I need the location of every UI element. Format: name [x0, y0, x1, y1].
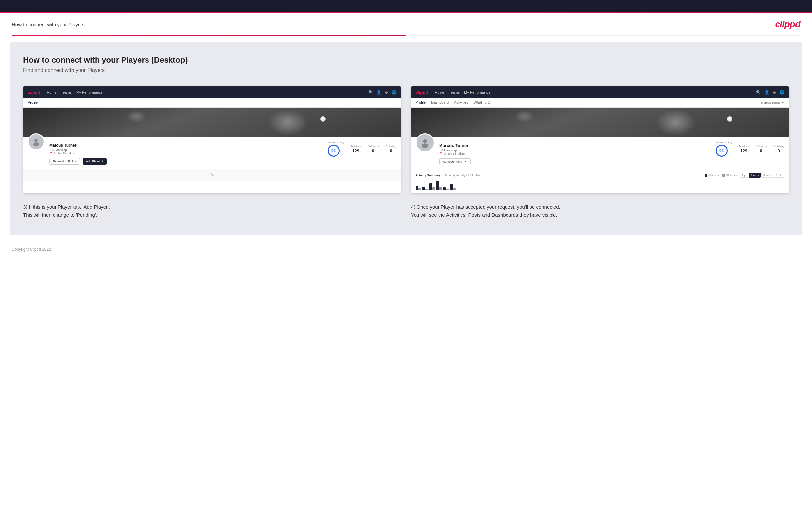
period-6mths[interactable]: 6 mths: [749, 173, 761, 177]
add-player-button-1[interactable]: Add Player +: [83, 158, 107, 165]
location-icon-2: 📍: [439, 152, 443, 155]
period-1yr[interactable]: 1 yr: [740, 173, 748, 177]
bar-offcourse-2: [425, 189, 428, 190]
golf-banner-2: [411, 108, 789, 137]
globe-icon-1[interactable]: 🌐: [392, 90, 397, 95]
chevron-down-icon: ▼: [781, 101, 784, 104]
location-icon-1: 📍: [49, 152, 53, 155]
bar-oncourse-4: [436, 181, 439, 190]
close-icon: ✕: [464, 160, 467, 163]
page-subheading: Find and connect with your Players: [23, 67, 789, 73]
golf-banner-1: [23, 108, 401, 137]
svg-point-1: [33, 143, 39, 146]
profile-details-2: Marcus Turner 1-5 Handicap 📍 United King…: [439, 143, 711, 165]
app-logo-2: clippd: [415, 90, 428, 95]
bar-oncourse-2: [422, 187, 425, 190]
nav-item-teams-1[interactable]: Teams: [61, 90, 71, 94]
player-country-1: 📍 United Kingdom: [49, 152, 323, 155]
activities-stat-2: Activities 129: [739, 145, 749, 153]
profile-actions-2: Remove Player ✕: [439, 159, 711, 165]
player-name-2: Marcus Turner: [439, 143, 711, 148]
avatar-1: [28, 133, 45, 150]
nav-icons-1: 🔍 👤 ⚙ 🌐: [368, 90, 397, 95]
bar-offcourse-4: [439, 187, 442, 190]
search-icon-2[interactable]: 🔍: [756, 90, 761, 95]
bar-group-2: [422, 187, 428, 190]
nav-item-teams-2[interactable]: Teams: [449, 90, 460, 94]
main-content: How to connect with your Players (Deskto…: [10, 42, 802, 235]
profile-tab-bar-1: Profile: [23, 98, 401, 108]
search-icon-1[interactable]: 🔍: [368, 90, 373, 95]
request-follow-button-1[interactable]: Request to Follow: [49, 158, 80, 165]
tab-dashboard-2[interactable]: Dashboard: [431, 98, 449, 107]
profile-stats-1: Player Quality 92 Activities 129 Followe…: [328, 141, 397, 157]
header-title: How to connect with your Players: [12, 22, 85, 27]
period-3mths[interactable]: 3 mths: [761, 173, 773, 177]
activity-controls: On course Off course 1 yr 6 mths 3 mths …: [705, 173, 784, 177]
quality-circle-2: 92: [716, 145, 727, 157]
page-heading: How to connect with your Players (Deskto…: [23, 55, 789, 65]
header-divider: [12, 36, 800, 36]
quality-stat-2: Player Quality 92: [716, 141, 732, 157]
following-stat-2: Following 0: [773, 145, 784, 153]
bar-oncourse-6: [450, 184, 453, 190]
period-1mth[interactable]: 1 mth: [774, 173, 784, 177]
player-dropdown[interactable]: Marcus Turner ▼: [761, 98, 784, 107]
bar-group-3: [429, 183, 435, 190]
quality-label-1: Player Quality: [328, 141, 344, 144]
on-course-dot: [705, 174, 707, 177]
tab-profile-2[interactable]: Profile: [415, 98, 426, 107]
description-left-text: 3) If this is your Player tap, 'Add Play…: [23, 203, 401, 219]
following-label-1: Following: [385, 145, 397, 148]
followers-label-2: Followers: [756, 145, 767, 148]
screenshot-2: clippd Home Teams My Performance 🔍 👤 ⚙ 🌐…: [411, 86, 789, 193]
mini-chart: [415, 180, 784, 190]
user-icon-2[interactable]: 👤: [764, 90, 769, 95]
quality-label-2: Player Quality: [716, 141, 732, 144]
off-course-dot: [722, 174, 725, 177]
activities-label-1: Activities: [351, 145, 361, 148]
legend-on-course: On course: [705, 174, 720, 177]
settings-icon-1[interactable]: ⚙: [385, 90, 388, 95]
nav-item-performance-2[interactable]: My Performance: [464, 90, 491, 94]
nav-item-home-1[interactable]: Home: [47, 90, 56, 94]
profile-info-2: Marcus Turner 1-5 Handicap 📍 United King…: [411, 137, 789, 169]
profile-stats-2: Player Quality 92 Activities 129 Followe…: [716, 141, 784, 157]
profile-tab-bar-2: Profile Dashboard Activities What To On …: [411, 98, 789, 108]
profile-actions-1: Request to Follow Add Player +: [49, 158, 323, 165]
activities-value-1: 129: [351, 148, 361, 153]
player-handicap-2: 1-5 Handicap: [439, 149, 711, 152]
followers-value-1: 0: [367, 148, 379, 153]
activity-summary: Activity Summary Monthly Activity · 6 Mo…: [411, 169, 789, 193]
avatar-container-1: [28, 133, 45, 150]
tab-whattoon-2[interactable]: What To On: [473, 98, 492, 107]
followers-stat-2: Followers 0: [756, 145, 767, 153]
plus-icon-1: +: [102, 160, 103, 163]
nav-item-performance-1[interactable]: My Performance: [76, 90, 103, 94]
tab-activities-2[interactable]: Activities: [454, 98, 468, 107]
screenshot-bottom-1: ✎: [23, 169, 401, 181]
svg-point-0: [35, 139, 38, 142]
remove-player-button[interactable]: Remove Player ✕: [439, 159, 471, 165]
nav-icons-2: 🔍 👤 ⚙ 🌐: [756, 90, 784, 95]
bar-offcourse-1: [418, 188, 421, 190]
followers-label-1: Followers: [367, 145, 379, 148]
settings-icon-2[interactable]: ⚙: [773, 90, 776, 95]
user-icon-1[interactable]: 👤: [376, 90, 382, 95]
svg-point-2: [423, 139, 427, 143]
description-left: 3) If this is your Player tap, 'Add Play…: [23, 203, 401, 219]
descriptions-row: 3) If this is your Player tap, 'Add Play…: [23, 203, 789, 219]
globe-icon-2[interactable]: 🌐: [779, 90, 784, 95]
description-right: 4) Once your Player has accepted your re…: [411, 203, 789, 219]
app-navbar-1: clippd Home Teams My Performance 🔍 👤 ⚙ 🌐: [23, 86, 401, 98]
player-name-1: Marcus Turner: [49, 143, 323, 148]
screenshot-1: clippd Home Teams My Performance 🔍 👤 ⚙ 🌐…: [23, 86, 401, 193]
tab-profile-1[interactable]: Profile: [28, 98, 38, 107]
following-value-1: 0: [385, 148, 397, 153]
header: How to connect with your Players clippd: [0, 13, 812, 36]
description-right-text: 4) Once your Player has accepted your re…: [411, 203, 789, 219]
following-stat-1: Following 0: [385, 145, 397, 153]
bar-oncourse-1: [415, 186, 418, 190]
bar-oncourse-5: [443, 187, 446, 190]
nav-item-home-2[interactable]: Home: [435, 90, 444, 94]
